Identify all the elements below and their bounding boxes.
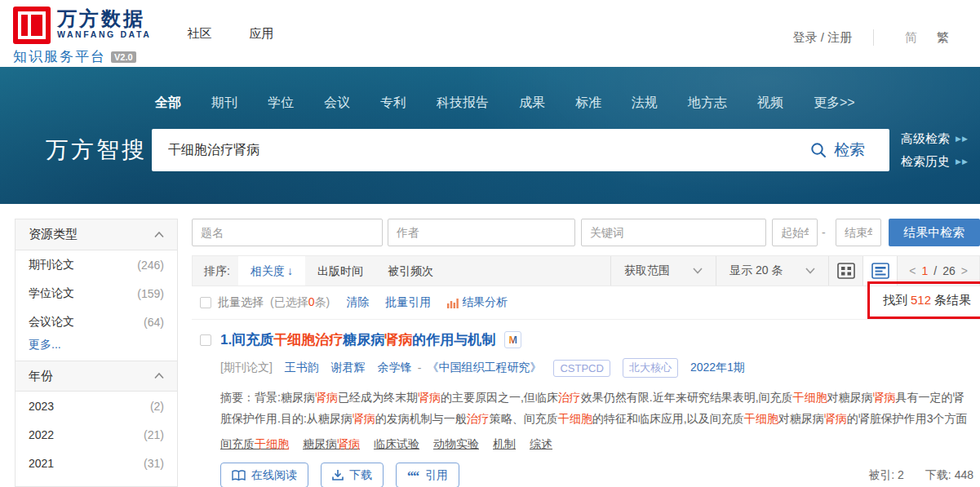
- highlighted-term: 肾病: [824, 412, 847, 425]
- tab-科技报告[interactable]: 科技报告: [437, 95, 489, 112]
- journal-source-link[interactable]: 《中国组织工程研究》: [427, 361, 541, 375]
- sort-option-出版时间[interactable]: 出版时间: [305, 256, 375, 286]
- issue-link[interactable]: 2022年1期: [690, 361, 745, 375]
- 在线阅读-button[interactable]: 在线阅读: [220, 463, 308, 487]
- result-analysis-link[interactable]: 结果分析: [447, 295, 508, 310]
- result-type-label: [期刊论文]: [220, 361, 273, 375]
- sidebar-item-会议论文[interactable]: 会议论文(64): [16, 308, 177, 336]
- result-abstract: 摘要：背景:糖尿病肾病已经成为终末期肾病的主要原因之一,但临床治疗效果仍然有限.…: [220, 387, 974, 429]
- sort-option-被引频次[interactable]: 被引频次: [375, 256, 446, 286]
- start-year-input[interactable]: [772, 219, 818, 246]
- login-register-link[interactable]: 登录 / 注册: [792, 30, 852, 46]
- sidebar-section-title: 年份: [29, 369, 53, 384]
- result-title-link[interactable]: 1.间充质干细胞治疗糖尿病肾病的作用与机制: [220, 330, 495, 349]
- lang-simplified-toggle[interactable]: 简: [905, 30, 917, 46]
- sidebar-item-count: (2): [150, 400, 164, 413]
- search-in-results-button[interactable]: 结果中检索: [889, 219, 980, 246]
- top-nav-item-1[interactable]: 社区: [187, 26, 211, 42]
- sidebar-more-link[interactable]: 更多...: [16, 336, 177, 361]
- sidebar-item-2023[interactable]: 2023(2): [16, 392, 177, 420]
- search-input[interactable]: [168, 143, 786, 157]
- wanfang-logo[interactable]: 万方数据 WANFANG DATA 知识服务平台 V2.0: [13, 7, 151, 66]
- keyword-link[interactable]: 机制: [493, 437, 516, 452]
- sidebar-section-title: 资源类型: [29, 227, 78, 242]
- wanfang-logo-icon: [13, 7, 51, 44]
- text-part: 间充质: [220, 437, 255, 450]
- sidebar-item-label: 2022: [29, 428, 54, 441]
- author-link[interactable]: 王书韵: [285, 361, 319, 375]
- double-arrow-icon: ▶▶: [956, 157, 969, 166]
- brand-name-en: WANFANG DATA: [57, 29, 151, 39]
- highlighted-term: 肾病: [418, 391, 441, 404]
- text-part: 的发病机制与一般: [375, 412, 467, 425]
- sidebar-section-header-2[interactable]: 年份: [16, 361, 177, 392]
- sidebar-item-count: (246): [137, 259, 164, 272]
- batch-select-toggle[interactable]: 批量选择 (已选择0条): [200, 295, 330, 310]
- sort-option-相关度[interactable]: 相关度↓: [238, 256, 305, 286]
- tab-更多>>[interactable]: 更多>>: [814, 95, 855, 112]
- batch-actions-row: 批量选择 (已选择0条) 清除 批量引用 结果分析: [192, 286, 980, 320]
- title-filter-input[interactable]: [192, 219, 383, 246]
- meta-separator: -: [418, 361, 422, 374]
- end-year-input[interactable]: [836, 219, 881, 246]
- highlighted-term: 干细胞治疗: [273, 332, 343, 348]
- page-separator: /: [933, 264, 937, 277]
- m-badge[interactable]: M: [504, 331, 521, 348]
- next-page-button[interactable]: >: [961, 264, 968, 277]
- scope-dropdown[interactable]: 获取范围: [610, 256, 716, 286]
- tab-成果[interactable]: 成果: [519, 95, 545, 112]
- index-badge-北大核心: 北大核心: [623, 358, 678, 378]
- sort-label: 排序:: [193, 256, 238, 286]
- top-header: 万方数据 WANFANG DATA 知识服务平台 V2.0 社区应用 登录 / …: [0, 0, 980, 67]
- keyword-link[interactable]: 糖尿病肾病: [303, 437, 360, 452]
- result-keywords: 间充质干细胞糖尿病肾病临床试验动物实验机制综述: [220, 437, 980, 452]
- text-part: 效果仍然有限.近年来研究结果表明,间充质: [581, 391, 793, 404]
- lang-traditional-toggle[interactable]: 繁: [937, 30, 949, 46]
- author-link[interactable]: 谢君辉: [331, 361, 366, 375]
- batch-select-checkbox[interactable]: [200, 297, 211, 308]
- 引用-button[interactable]: ““引用: [396, 463, 459, 487]
- 下载-button[interactable]: 下载: [321, 463, 384, 487]
- tab-会议[interactable]: 会议: [324, 95, 350, 112]
- top-nav-item-2[interactable]: 应用: [249, 26, 273, 42]
- sidebar-item-2021[interactable]: 2021(31): [16, 449, 177, 477]
- clear-selection-link[interactable]: 清除: [346, 295, 369, 310]
- prev-page-button[interactable]: <: [909, 264, 916, 277]
- keyword-link[interactable]: 临床试验: [374, 437, 419, 452]
- tab-全部[interactable]: 全部: [155, 95, 181, 112]
- divider: [873, 29, 874, 46]
- index-badge-CSTPCD: CSTPCD: [553, 360, 610, 377]
- keyword-filter-input[interactable]: [581, 219, 766, 246]
- keyword-link[interactable]: 动物实验: [433, 437, 479, 452]
- result-checkbox[interactable]: [200, 334, 211, 346]
- keyword-link[interactable]: 间充质干细胞: [220, 437, 289, 452]
- keyword-link[interactable]: 综述: [530, 437, 552, 452]
- tab-专利[interactable]: 专利: [380, 95, 406, 112]
- sidebar-item-label: 期刊论文: [29, 258, 74, 272]
- grid-view-button[interactable]: [828, 256, 862, 286]
- resource-tabs: 全部期刊学位会议专利科技报告成果标准法规地方志视频更多>>: [0, 67, 980, 112]
- sidebar-item-期刊论文[interactable]: 期刊论文(246): [16, 250, 177, 279]
- tab-学位[interactable]: 学位: [268, 95, 294, 112]
- year-range-separator: -: [822, 226, 826, 239]
- batch-cite-link[interactable]: 批量引用: [385, 295, 431, 310]
- action-label: 引用: [425, 468, 448, 483]
- chevron-up-icon: [154, 232, 164, 238]
- tab-地方志[interactable]: 地方志: [688, 95, 727, 112]
- display-count-dropdown[interactable]: 显示 20 条: [716, 256, 828, 286]
- tab-标准[interactable]: 标准: [575, 95, 601, 112]
- tab-法规[interactable]: 法规: [632, 95, 658, 112]
- sidebar-section-header-1[interactable]: 资源类型: [16, 219, 177, 250]
- tab-视频[interactable]: 视频: [757, 95, 783, 112]
- search-history-link[interactable]: 检索历史 ▶▶: [901, 154, 969, 170]
- author-link[interactable]: 余学锋: [378, 361, 412, 375]
- author-filter-input[interactable]: [388, 219, 575, 246]
- tab-期刊[interactable]: 期刊: [211, 95, 237, 112]
- quote-icon: ““: [407, 471, 419, 480]
- search-button[interactable]: 检索: [786, 129, 889, 171]
- advanced-search-link[interactable]: 高级检索 ▶▶: [901, 131, 969, 147]
- sidebar-item-label: 会议论文: [29, 315, 74, 330]
- sidebar-item-学位论文[interactable]: 学位论文(159): [16, 279, 177, 308]
- sidebar-item-2022[interactable]: 2022(21): [16, 420, 177, 449]
- text-part: 对糖尿病: [778, 412, 824, 425]
